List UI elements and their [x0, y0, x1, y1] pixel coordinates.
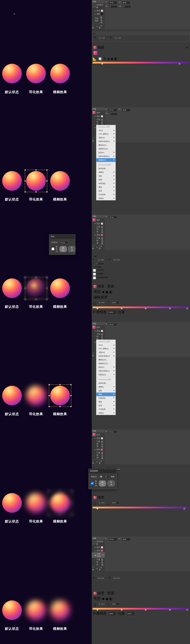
path-swatch [93, 111, 96, 114]
sphere-default [2, 64, 22, 84]
effects-menu-2[interactable]: Illustrator 效果 3D(3) SVG 滤镜(G) 变形(W) 扭曲和… [96, 340, 116, 415]
sphere-blurred [50, 600, 70, 620]
gaussian-blur-dialog[interactable]: 高斯模糊 半径(R): 像素 预览(P) 确定 取消 [89, 469, 117, 489]
panel-group-4: 外观 路径 ▸ 描边 不透明度:默认值 ▸ 填色 不透明度:默认值 □ ■fx○… [92, 322, 190, 429]
preview-checkbox[interactable] [52, 248, 54, 250]
blur-radius-input[interactable] [104, 475, 109, 478]
center-point-icon: × [35, 180, 37, 183]
row-3: 默认状态 × 羽化效果 模糊效果 羽化 半径(R): 预览(P) 确定 取消 [0, 215, 190, 322]
height-input[interactable] [113, 36, 122, 40]
row-4: 默认状态 羽化效果 × 模糊效果 外观 路径 ▸ 描边 不透明度:默认值 ▸ 填… [0, 322, 190, 429]
ok-button[interactable]: 确定 [59, 246, 67, 252]
label-default: 默认状态 [5, 90, 19, 94]
menu-stylize[interactable]: 风格化(S) [96, 158, 115, 162]
panel-group-2: 外观 路径 ▸ 描边 不透明度:默认值 ▸ 填色 不透明度:默认值 □ ■fx○… [92, 107, 190, 215]
panel-group-6: 外观 未选择对象 ▸ 描边 ▸ 填色 ◉高斯模糊fx 不透明度:默认值 □ ■f… [92, 537, 190, 644]
panel-group-3: 外观 路径 ▸ 描边 不透明度:默认值 ▸ 填色 不透明度:默认值 □ ■fx○… [92, 215, 190, 322]
gaussian-effect-item[interactable]: ◉高斯模糊fx [92, 552, 105, 558]
w-input[interactable] [96, 258, 105, 261]
effects-menu[interactable]: Illustrator 效果 3D(3) SVG 滤镜(G) 变形(W) 扭曲和… [96, 125, 116, 200]
fx-icon[interactable]: fx [96, 26, 98, 28]
dialog-title: 羽化 [49, 234, 75, 239]
ok-button[interactable]: 确定 [99, 480, 106, 486]
panel-group-5: 外观 路径 ▸ 描边 不透明度:默认值 ▸ 填色 不透明度:默认值 □ ■fx○… [92, 429, 190, 537]
angle-input[interactable] [95, 262, 104, 265]
font-size-input[interactable]: 36 pt [108, 1, 117, 4]
label-feather: 羽化效果 [29, 90, 43, 94]
feather-dialog[interactable]: 羽化 半径(R): 预览(P) 确定 取消 [49, 234, 75, 255]
grad-angle-input[interactable] [97, 301, 106, 304]
sphere-blur [50, 64, 70, 84]
menu-blur[interactable]: 模糊 [96, 392, 115, 396]
gradient-bar[interactable] [93, 62, 189, 64]
swatch-none-icon [93, 4, 95, 8]
cancel-button[interactable]: 取消 [68, 246, 76, 252]
preview-checkbox[interactable] [91, 482, 94, 485]
stroke-swatch[interactable] [101, 10, 103, 12]
sphere-feather: ↖ [26, 64, 46, 84]
h-input[interactable] [112, 258, 121, 261]
tracking-input[interactable]: 0 [122, 5, 131, 8]
kerning-input[interactable]: 0 [109, 5, 117, 8]
sphere-feathered [26, 386, 46, 406]
cancel-button[interactable]: 取消 [107, 480, 115, 486]
row-2: 默认状态 × 羽化效果 模糊效果 外观 路径 ▸ 描边 不透明度:默认值 ▸ 填… [0, 107, 190, 215]
row-6: 默认状态 羽化效果 模糊效果 外观 未选择对象 ▸ 描边 ▸ 填色 ◉高斯模糊f… [0, 537, 190, 644]
link-text: 链接 [93, 32, 189, 35]
cursor-icon: ↖ [13, 13, 15, 15]
width-input[interactable] [97, 36, 106, 40]
stroke-scale-checkbox[interactable] [93, 276, 96, 279]
row-1: 默认状态 ↖羽化效果 模糊效果 外观 未选择对象 ▸ 描边 ▸ 填色 不透明度:… [0, 0, 190, 107]
selection-box[interactable] [48, 491, 72, 515]
swatches-panel: 色板≡ 📐 🔲 ↻ ⊕ ■ 🗑 [92, 44, 190, 64]
fill-swatch[interactable] [101, 13, 103, 15]
appearance-tab[interactable]: 外观 [92, 0, 105, 3]
label-blur: 模糊效果 [53, 90, 67, 94]
leading-input[interactable]: 自动 [122, 1, 131, 4]
radius-slider[interactable] [100, 476, 102, 478]
panel-group-1: 外观 未选择对象 ▸ 描边 ▸ 填色 不透明度:默认值 □ ■fx○ ⊕ 🗑 ⫿… [92, 0, 190, 107]
char-panel: ⫿T36 pt‡A自动 VA0WA0 [105, 0, 190, 29]
radius-input[interactable] [60, 241, 68, 244]
mixed-checkbox[interactable] [93, 269, 96, 272]
active-swatch[interactable] [94, 46, 96, 49]
corner-checkbox[interactable] [93, 273, 96, 276]
row-5: 默认状态 羽化效果 模糊效果 外观 路径 ▸ 描边 不透明度:默认值 ▸ 填色 … [0, 429, 190, 537]
